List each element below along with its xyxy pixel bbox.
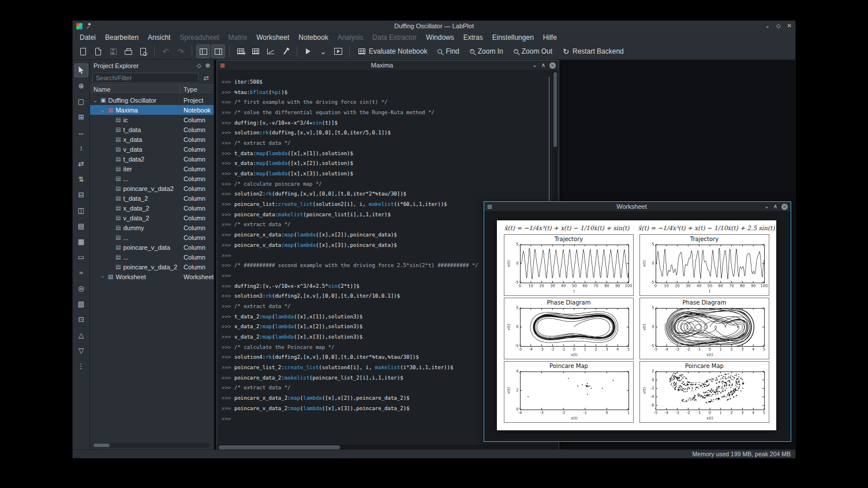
maxima-window-titlebar[interactable]: ▦ Maxima ⌄∧✕ bbox=[217, 61, 559, 70]
shade-button[interactable]: ∧ bbox=[541, 62, 545, 68]
menu-hilfe[interactable]: Hilfe bbox=[538, 32, 562, 43]
triangle-up-tool-icon[interactable]: △ bbox=[74, 328, 88, 342]
equation-label-1[interactable]: ẍ(t) = −1/4x³(t) + x(t) − 1/10ẋ(t) + sin… bbox=[497, 224, 637, 231]
menu-notebook[interactable]: Notebook bbox=[294, 32, 332, 43]
tree-row--[interactable]: ▤...Column bbox=[90, 174, 214, 183]
toggle-properties-explorer-icon[interactable] bbox=[211, 44, 225, 58]
minimize-button[interactable]: ⌄ bbox=[765, 23, 770, 29]
open-icon[interactable] bbox=[91, 44, 105, 58]
tree-row-maxima[interactable]: ⌄▦MaximaNotebook bbox=[90, 105, 214, 115]
close-window-button[interactable]: ✕ bbox=[781, 204, 788, 210]
new-spreadsheet-icon[interactable] bbox=[234, 44, 248, 58]
scrollbar-handle[interactable] bbox=[553, 72, 557, 147]
find-button[interactable]: Find bbox=[433, 44, 463, 58]
tree-row-ic[interactable]: ▤icColumn bbox=[90, 115, 214, 125]
menu-worksheet[interactable]: Worksheet bbox=[252, 32, 294, 43]
poincare-map-right[interactable]: Poincare Map bbox=[639, 361, 769, 423]
tree-row--[interactable]: ▤...Column bbox=[90, 232, 214, 242]
undo-icon[interactable]: ↶ bbox=[159, 44, 173, 58]
trajectory-plot-right[interactable]: Trajectory bbox=[639, 234, 769, 296]
worksheet-view[interactable]: ẍ(t) = −1/4x³(t) + x(t) − 1/10ẋ(t) + sin… bbox=[484, 211, 791, 441]
equation-label-2[interactable]: ẍ(t) = −1/4x³(t) + x(t) − 1/10ẋ(t) + 2.5… bbox=[637, 224, 776, 231]
phase-diagram-left[interactable]: Phase Diagram bbox=[504, 298, 634, 359]
zoom-x-tool-icon[interactable]: ↔ bbox=[74, 126, 88, 140]
menu-ansicht[interactable]: Ansicht bbox=[143, 32, 175, 43]
notebook-line[interactable]: >>>/* calculate poincare map */ bbox=[222, 179, 541, 189]
tree-row-t_data2[interactable]: ▤t_data2Column bbox=[90, 154, 214, 164]
phase-diagram-right[interactable]: Phase Diagram bbox=[639, 298, 769, 359]
grid-tool-icon[interactable]: ▦ bbox=[74, 235, 88, 249]
plot-canvas[interactable] bbox=[641, 369, 768, 422]
worksheet-window[interactable]: ▧ Worksheet ⌄∧✕ ẍ(t) = −1/4x³(t) + x(t) … bbox=[484, 201, 791, 442]
more-tools-icon[interactable]: ⋮ bbox=[74, 359, 88, 373]
select-region-tool-icon[interactable]: ▢ bbox=[74, 95, 88, 108]
menu-spreadsheet[interactable]: Spreadsheet bbox=[175, 32, 223, 43]
notebook-line[interactable]: >>>v_data:map(lambda([x],x[3]),solution)… bbox=[222, 168, 541, 179]
chevron-down-icon[interactable]: ⌄ bbox=[92, 97, 98, 103]
pin-icon[interactable] bbox=[86, 23, 92, 29]
tree-row-poincare_v_data_2[interactable]: ▤poincare_v_data_2Column bbox=[90, 262, 214, 272]
column-header-type[interactable]: Type bbox=[180, 86, 214, 93]
shift-x-tool-icon[interactable]: ⇄ bbox=[74, 157, 88, 171]
new-matrix-icon[interactable] bbox=[249, 44, 263, 58]
triangle-down-tool-icon[interactable]: ▽ bbox=[74, 344, 88, 358]
print-icon[interactable] bbox=[121, 44, 135, 58]
menu-windows[interactable]: Windows bbox=[421, 32, 459, 43]
notebook-line[interactable]: >>>duffing:[v,-v/10+x-x^3/4+sin(t)]$ bbox=[222, 118, 541, 128]
notebook-line[interactable]: >>>iter:500$ bbox=[222, 77, 541, 87]
column-header-name[interactable]: Name bbox=[90, 85, 180, 94]
notebook-line[interactable]: >>>/* solve the differential equation wi… bbox=[222, 107, 541, 118]
pipette-icon[interactable] bbox=[279, 44, 293, 58]
tree-row-poincare_v_data[interactable]: ▤poincare_v_dataColumn bbox=[90, 242, 214, 252]
worksheet-window-titlebar[interactable]: ▧ Worksheet ⌄∧✕ bbox=[484, 202, 791, 211]
zoom-out-tool-icon[interactable]: ⊟ bbox=[74, 188, 88, 202]
save-icon[interactable] bbox=[106, 44, 120, 58]
box-plus-tool-icon[interactable]: ⊡ bbox=[74, 313, 88, 326]
menu-matrix[interactable]: Matrix bbox=[223, 32, 252, 43]
print-preview-icon[interactable] bbox=[136, 44, 150, 58]
notebook-line[interactable]: >>>%tau:bfloat(%pi)$ bbox=[222, 87, 541, 97]
trajectory-plot-left[interactable]: Trajectory bbox=[504, 234, 634, 296]
menu-extras[interactable]: Extras bbox=[459, 32, 488, 43]
notebook-line[interactable]: >>>/* extract data */ bbox=[222, 138, 541, 148]
tree-row--[interactable]: ▤...Column bbox=[90, 252, 214, 262]
zoom-y-tool-icon[interactable]: ↕ bbox=[74, 141, 88, 155]
close-panel-button[interactable]: ⊗ bbox=[205, 63, 210, 69]
plot-canvas[interactable] bbox=[505, 369, 633, 422]
tree-row-iter[interactable]: ▤iterColumn bbox=[90, 164, 214, 174]
tree-row-v_data_2[interactable]: ▤v_data_2Column bbox=[90, 213, 214, 223]
tree-row-worksheet[interactable]: ›▧WorksheetWorksheet bbox=[90, 272, 214, 281]
tree-header[interactable]: Name Type bbox=[90, 84, 214, 95]
zoom-out-button[interactable]: Zoom Out bbox=[509, 44, 557, 58]
explorer-horizontal-scrollbar[interactable] bbox=[92, 443, 210, 448]
maximize-button[interactable]: ◇ bbox=[776, 23, 781, 29]
run-cell-icon[interactable] bbox=[331, 44, 345, 58]
new-worksheet-icon[interactable] bbox=[264, 44, 278, 58]
tree-row-x_data_2[interactable]: ▤x_data_2Column bbox=[90, 203, 214, 213]
menu-data-extractor[interactable]: Data Extractor bbox=[368, 32, 421, 43]
hatch-tool-icon[interactable]: ▧ bbox=[74, 297, 88, 311]
tree-row-dummy[interactable]: ▤dummyColumn bbox=[90, 223, 214, 232]
new-icon[interactable] bbox=[76, 44, 90, 58]
evaluate-notebook-button[interactable]: Evaluate Notebook bbox=[354, 44, 432, 58]
plot-canvas[interactable] bbox=[505, 242, 633, 295]
float-panel-button[interactable]: ◇ bbox=[197, 63, 201, 69]
filter-options-icon[interactable]: ⇄ bbox=[201, 73, 211, 83]
notebook-line[interactable]: >>>solution:rk(duffing,[x,v],[0,0],[t,0,… bbox=[222, 127, 541, 138]
bar-tool-icon[interactable]: ▭ bbox=[74, 250, 88, 264]
toggle-project-explorer-icon[interactable] bbox=[196, 44, 210, 58]
menu-einstellungen[interactable]: Einstellungen bbox=[488, 32, 538, 43]
close-button[interactable]: ✕ bbox=[787, 23, 792, 29]
search-input[interactable] bbox=[92, 73, 199, 83]
plot-canvas[interactable] bbox=[641, 242, 768, 295]
plot-canvas[interactable] bbox=[505, 306, 633, 358]
scrollbar-handle[interactable] bbox=[219, 445, 340, 449]
notebook-horizontal-scrollbar[interactable] bbox=[217, 444, 559, 449]
shade-button[interactable]: ∧ bbox=[773, 204, 777, 209]
tree-row-x_data[interactable]: ▤x_dataColumn bbox=[90, 134, 214, 144]
window-menu-button[interactable]: ⌄ bbox=[532, 62, 537, 68]
tree-row-t_data_2[interactable]: ▤t_data_2Column bbox=[90, 193, 214, 203]
target-tool-icon[interactable]: ◎ bbox=[74, 281, 88, 295]
zoom-in-tool-icon[interactable]: ⊞ bbox=[74, 110, 88, 124]
notebook-line[interactable]: >>>solution2:rk(duffing,[x,v],[0,0],[t,0… bbox=[222, 189, 541, 200]
